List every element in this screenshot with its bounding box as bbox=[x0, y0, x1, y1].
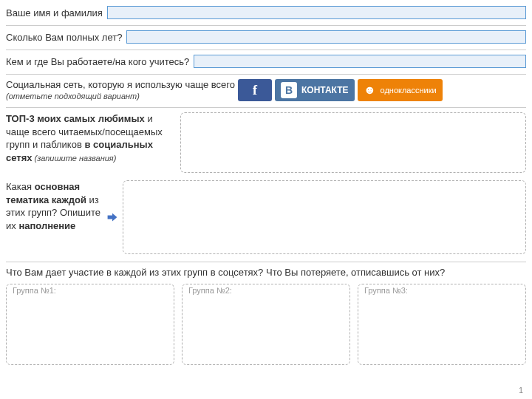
work-row: Кем и где Вы работаете/на кого учитесь? bbox=[6, 55, 526, 68]
top3-hint: (запишите названия) bbox=[32, 154, 116, 163]
topic-label: Какая основная тематика каждой из этих г… bbox=[6, 180, 102, 254]
top3-bold1: ТОП-3 моих самых любимых bbox=[6, 113, 145, 124]
work-input[interactable] bbox=[194, 55, 526, 68]
social-hint: (отметьте подходящий вариант) bbox=[6, 92, 140, 100]
group1-box[interactable]: Группа №1: bbox=[6, 284, 174, 365]
arrow-right-icon bbox=[106, 180, 118, 254]
topic-row: Какая основная тематика каждой из этих г… bbox=[6, 180, 526, 254]
vkontakte-badge[interactable]: B КОНТАКТЕ bbox=[275, 79, 355, 101]
group3-title: Группа №3: bbox=[364, 286, 408, 295]
social-question-block: Социальная сеть, которую я использую чащ… bbox=[6, 79, 235, 101]
name-input[interactable] bbox=[107, 6, 526, 19]
name-label: Ваше имя и фамилия bbox=[6, 7, 103, 18]
separator bbox=[6, 25, 526, 26]
separator bbox=[6, 262, 526, 262]
social-badges: f B КОНТАКТЕ ☻ одноклассники bbox=[238, 79, 443, 101]
group3-box[interactable]: Группа №3: bbox=[358, 284, 526, 365]
name-row: Ваше имя и фамилия bbox=[6, 6, 526, 19]
separator bbox=[6, 74, 526, 75]
group1-title: Группа №1: bbox=[13, 286, 56, 295]
facebook-icon: f bbox=[253, 83, 257, 98]
topic-input-box[interactable] bbox=[123, 180, 526, 254]
top3-row: ТОП-3 моих самых любимых и чаще всего чи… bbox=[6, 112, 526, 173]
topic-b2: наполнение bbox=[18, 220, 75, 231]
participation-question: Что Вам дает участие в каждой из этих гр… bbox=[6, 267, 526, 278]
age-row: Сколько Вам полных лет? bbox=[6, 30, 526, 44]
groups-row: Группа №1: Группа №2: Группа №3: bbox=[6, 284, 526, 365]
top3-label: ТОП-3 моих самых любимых и чаще всего чи… bbox=[6, 112, 176, 173]
ok-text: одноклассники bbox=[381, 86, 437, 95]
ok-icon: ☻ bbox=[364, 83, 377, 97]
age-input[interactable] bbox=[126, 30, 526, 44]
vk-icon: B bbox=[281, 82, 297, 98]
page-number: 1 bbox=[519, 386, 523, 395]
separator bbox=[6, 107, 526, 108]
work-label: Кем и где Вы работаете/на кого учитесь? bbox=[6, 56, 189, 67]
age-label: Сколько Вам полных лет? bbox=[6, 32, 122, 43]
group2-title: Группа №2: bbox=[188, 286, 232, 295]
vk-text: КОНТАКТЕ bbox=[301, 85, 349, 95]
social-question: Социальная сеть, которую я использую чащ… bbox=[6, 79, 235, 90]
odnoklassniki-badge[interactable]: ☻ одноклассники bbox=[358, 79, 443, 101]
facebook-badge[interactable]: f bbox=[238, 79, 272, 101]
separator bbox=[6, 50, 526, 50]
topic-t1: Какая bbox=[6, 181, 35, 192]
social-row: Социальная сеть, которую я использую чащ… bbox=[6, 79, 526, 101]
group2-box[interactable]: Группа №2: bbox=[182, 284, 350, 365]
top3-input-box[interactable] bbox=[180, 112, 526, 173]
